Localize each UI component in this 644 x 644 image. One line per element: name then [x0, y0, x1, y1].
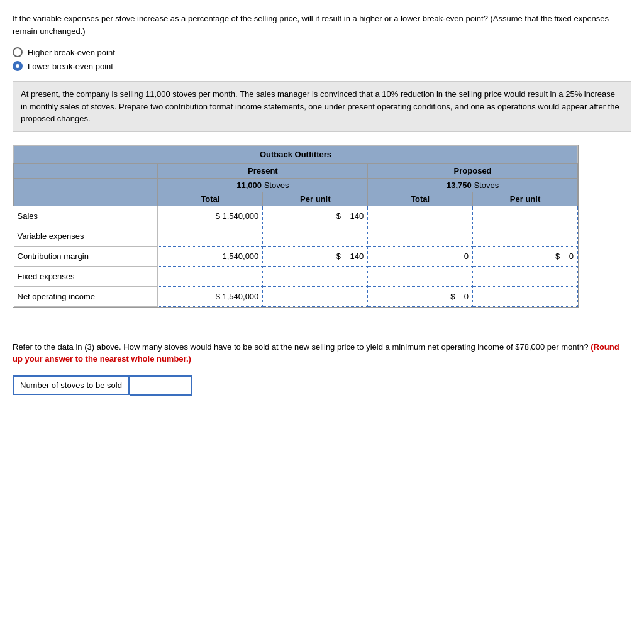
table-row-net: Net operating income $ 1,540,000 $ 0 [14, 286, 578, 306]
contribution-present-per-unit[interactable]: $ 140 [263, 246, 368, 266]
table-title: Outback Outfitters [14, 145, 578, 163]
sales-present-per-unit[interactable]: $ 140 [263, 206, 368, 226]
contribution-proposed-total[interactable]: 0 [368, 246, 473, 266]
proposed-stoves: 13,750 Stoves [368, 178, 578, 192]
table-row-sales: Sales $ 1,540,000 $ 140 [14, 206, 578, 226]
stoves-input-row: Number of stoves to be sold [13, 375, 631, 396]
question1: If the variable expenses per stove incre… [13, 13, 631, 37]
col-proposed-per-unit: Per unit [473, 192, 578, 206]
net-present-per-unit[interactable] [263, 286, 368, 306]
income-statement-table: Outback Outfitters Present Proposed 11,0… [13, 145, 579, 308]
stoves-input-label: Number of stoves to be sold [13, 375, 130, 395]
proposed-header: Proposed [368, 163, 578, 178]
contribution-present-total[interactable]: 1,540,000 [158, 246, 263, 266]
question2-block: At present, the company is selling 11,00… [13, 81, 631, 132]
question3-block: Refer to the data in (3) above. How many… [13, 341, 631, 365]
col-present-per-unit: Per unit [263, 192, 368, 206]
table-row-variable: Variable expenses [14, 226, 578, 246]
col-proposed-total: Total [368, 192, 473, 206]
variable-proposed-per-unit[interactable] [473, 226, 578, 246]
label-contribution: Contribution margin [14, 246, 158, 266]
radio-circle-higher[interactable] [13, 47, 23, 57]
sales-present-total[interactable]: $ 1,540,000 [158, 206, 263, 226]
table-row-fixed: Fixed expenses [14, 266, 578, 286]
present-stoves: 11,000 Stoves [158, 178, 368, 192]
radio-label-higher: Higher break-even point [28, 48, 115, 57]
variable-present-per-unit[interactable] [263, 226, 368, 246]
question1-text: If the variable expenses per stove incre… [13, 13, 631, 37]
sales-proposed-total[interactable] [368, 206, 473, 226]
radio-circle-lower[interactable] [13, 61, 23, 71]
sales-proposed-per-unit[interactable] [473, 206, 578, 226]
fixed-present-per-unit[interactable] [263, 266, 368, 286]
label-sales: Sales [14, 206, 158, 226]
label-fixed: Fixed expenses [14, 266, 158, 286]
net-proposed-per-unit[interactable] [473, 286, 578, 306]
label-variable: Variable expenses [14, 226, 158, 246]
fixed-proposed-per-unit[interactable] [473, 266, 578, 286]
present-header: Present [158, 163, 368, 178]
net-proposed-total[interactable]: $ 0 [368, 286, 473, 306]
radio-item-higher[interactable]: Higher break-even point [13, 47, 631, 57]
radio-item-lower[interactable]: Lower break-even point [13, 61, 631, 71]
table-row-contribution: Contribution margin 1,540,000 $ 140 0 $ … [14, 246, 578, 266]
radio-label-lower: Lower break-even point [28, 62, 113, 71]
fixed-proposed-total[interactable] [368, 266, 473, 286]
question3-text: Refer to the data in (3) above. How many… [13, 341, 631, 365]
variable-proposed-total[interactable] [368, 226, 473, 246]
contribution-proposed-per-unit[interactable]: $ 0 [473, 246, 578, 266]
stoves-input-field[interactable] [130, 375, 192, 396]
fixed-present-total[interactable] [158, 266, 263, 286]
variable-present-total[interactable] [158, 226, 263, 246]
col-present-total: Total [158, 192, 263, 206]
question2-text: At present, the company is selling 11,00… [21, 88, 623, 125]
label-net: Net operating income [14, 286, 158, 306]
net-present-total[interactable]: $ 1,540,000 [158, 286, 263, 306]
radio-group: Higher break-even point Lower break-even… [13, 47, 631, 71]
